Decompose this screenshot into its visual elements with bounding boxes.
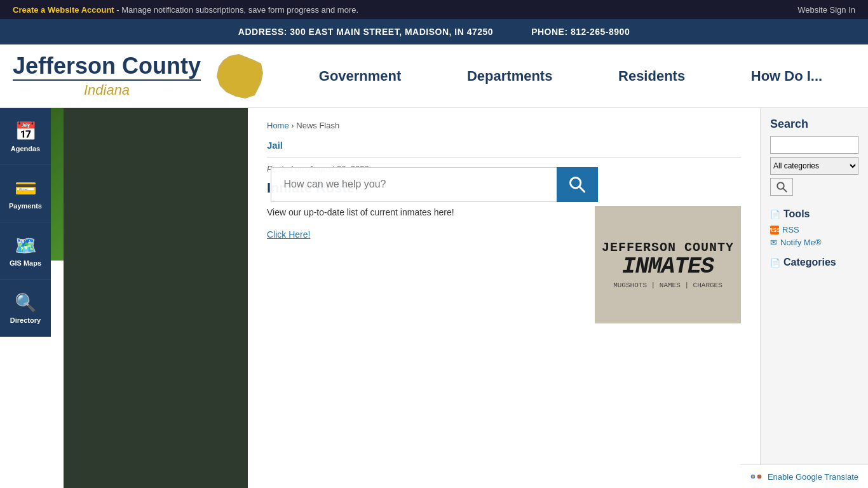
rss-link[interactable]: RSS RSS — [770, 225, 858, 234]
categories-section: 📄 Categories — [770, 257, 858, 268]
sidebar-item-directory[interactable]: 🔍 Directory — [0, 280, 51, 337]
nav-residents[interactable]: Residents — [609, 62, 695, 91]
search-widget-title: Search — [770, 118, 858, 131]
hero-search-container — [271, 167, 598, 202]
create-account-desc: - Manage notification subscriptions, sav… — [116, 5, 358, 15]
state-name: Indiana — [13, 82, 201, 98]
address-bar: ADDRESS: 300 EAST MAIN STREET, MADISON, … — [0, 19, 868, 44]
svg-point-9 — [758, 475, 760, 477]
gis-maps-label: GIS Maps — [10, 259, 41, 267]
top-notification-bar: Create a Website Account - Manage notifi… — [0, 0, 868, 19]
payments-icon: 💳 — [15, 178, 37, 199]
state-logo-icon — [207, 51, 271, 102]
envelope-icon: ✉ — [770, 238, 777, 247]
county-name[interactable]: Jefferson County — [13, 53, 201, 79]
create-account-link[interactable]: Create a Website Account — [13, 5, 114, 15]
website-sign-in-link[interactable]: Website Sign In — [797, 5, 855, 15]
search-icon — [568, 175, 586, 193]
tools-section: 📄 Tools RSS RSS ✉ Notify Me® — [770, 208, 858, 247]
sign-in-area[interactable]: Website Sign In — [797, 5, 855, 15]
site-header: Jefferson County Indiana Government Depa… — [0, 44, 868, 108]
tools-title-text: Tools — [783, 208, 810, 220]
phone-text: PHONE: 812-265-8900 — [531, 27, 630, 37]
inmate-roster-image: JEFFERSON COUNTY INMATES MUGSHOTS | NAME… — [595, 206, 741, 323]
categories-title: 📄 Categories — [770, 257, 858, 268]
logo-divider — [13, 79, 201, 81]
search-widget: Search All categories — [770, 118, 858, 196]
hero-search-button[interactable] — [557, 167, 598, 202]
svg-marker-1 — [218, 56, 261, 97]
sidebar-item-payments[interactable]: 💳 Payments — [0, 165, 51, 222]
agendas-icon: 📅 — [15, 121, 37, 142]
category-select[interactable]: All categories — [770, 157, 858, 175]
search-widget-icon — [776, 181, 787, 193]
logo-area: Jefferson County Indiana — [13, 51, 286, 102]
breadcrumb-separator: › — [291, 121, 294, 130]
sidebar-item-agendas[interactable]: 📅 Agendas — [0, 108, 51, 165]
tools-page-icon: 📄 — [770, 210, 780, 219]
categories-page-icon: 📄 — [770, 258, 780, 268]
gis-maps-icon: 🗺️ — [15, 235, 37, 256]
search-widget-button[interactable] — [770, 178, 793, 196]
nav-how-do-i[interactable]: How Do I... — [742, 62, 832, 91]
dark-side-panel — [64, 108, 248, 488]
image-tags-text: MUGSHOTS | NAMES | CHARGES — [613, 281, 722, 289]
main-nav: Government Departments Residents How Do … — [286, 62, 855, 91]
breadcrumb-current: News Flash — [296, 121, 339, 130]
image-subtitle-text: INMATES — [622, 255, 714, 278]
nav-departments[interactable]: Departments — [458, 62, 562, 91]
svg-line-3 — [580, 187, 585, 192]
main-content-area: Home › News Flash Jail Posted on: August… — [64, 108, 868, 488]
sidebar-item-gis-maps[interactable]: 🗺️ GIS Maps — [0, 222, 51, 280]
search-widget-input[interactable] — [770, 136, 858, 154]
payments-label: Payments — [9, 202, 42, 210]
rss-label: RSS — [782, 225, 799, 234]
translate-label: Enable Google Translate — [768, 472, 858, 482]
tools-title: 📄 Tools — [770, 208, 858, 220]
article-click-link[interactable]: Click Here! — [267, 229, 310, 240]
google-translate-icon — [750, 470, 763, 483]
right-sidebar: Search All categories 📄 Tools RSS RSS — [760, 108, 868, 488]
address-text: ADDRESS: 300 EAST MAIN STREET, MADISON, … — [238, 27, 493, 37]
hero-search-input[interactable] — [271, 167, 557, 202]
directory-label: Directory — [10, 316, 41, 324]
breadcrumb-home[interactable]: Home — [267, 121, 289, 130]
svg-line-5 — [783, 189, 787, 192]
breadcrumb: Home › News Flash — [267, 121, 741, 130]
nav-government[interactable]: Government — [309, 62, 411, 91]
notify-me-label: Notify Me® — [780, 238, 821, 247]
create-account-area: Create a Website Account - Manage notifi… — [13, 5, 358, 15]
rss-icon: RSS — [770, 226, 779, 234]
logo-text: Jefferson County Indiana — [13, 53, 201, 99]
left-sidebar: 📅 Agendas 💳 Payments 🗺️ GIS Maps 🔍 Direc… — [0, 108, 51, 337]
google-translate-bar[interactable]: Enable Google Translate — [740, 464, 868, 488]
agendas-label: Agendas — [11, 145, 40, 152]
notify-me-link[interactable]: ✉ Notify Me® — [770, 238, 858, 247]
categories-title-text: Categories — [783, 257, 836, 268]
svg-point-8 — [752, 475, 754, 477]
content-panel: Home › News Flash Jail Posted on: August… — [248, 108, 760, 488]
article-category: Jail — [267, 140, 741, 158]
directory-icon: 🔍 — [15, 292, 37, 313]
